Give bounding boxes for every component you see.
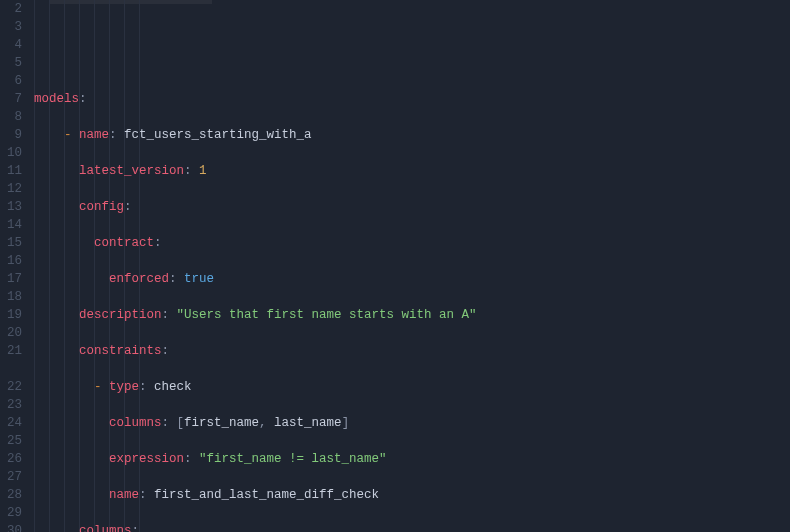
yaml-key: latest_version <box>79 164 184 178</box>
yaml-key: columns <box>79 524 132 532</box>
yaml-key: expression <box>109 452 184 466</box>
line-number: 2 <box>0 0 22 18</box>
line-number: 20 <box>0 324 22 342</box>
yaml-key: columns <box>109 416 162 430</box>
yaml-value: "Users that first name starts with an A" <box>177 308 477 322</box>
code-line[interactable]: name: first_and_last_name_diff_check <box>34 486 790 504</box>
yaml-key: name <box>79 128 109 142</box>
line-number-gutter: 2 3 4 5 6 7 8 9 10 11 12 13 14 15 16 17 … <box>0 0 34 532</box>
line-number: 25 <box>0 432 22 450</box>
line-number: 21 <box>0 342 22 360</box>
line-number: 22 <box>0 378 22 396</box>
line-number: 9 <box>0 126 22 144</box>
line-number: 14 <box>0 216 22 234</box>
code-line[interactable]: description: "Users that first name star… <box>34 306 790 324</box>
code-line[interactable]: constraints: <box>34 342 790 360</box>
line-number: 17 <box>0 270 22 288</box>
yaml-key: config <box>79 200 124 214</box>
yaml-key: enforced <box>109 272 169 286</box>
line-number: 23 <box>0 396 22 414</box>
line-number: 10 <box>0 144 22 162</box>
line-number: 11 <box>0 162 22 180</box>
line-number: 7 <box>0 90 22 108</box>
line-number <box>0 360 22 378</box>
line-number: 4 <box>0 36 22 54</box>
code-line[interactable]: latest_version: 1 <box>34 162 790 180</box>
code-line[interactable]: config: <box>34 198 790 216</box>
yaml-key: contract <box>94 236 154 250</box>
line-number: 16 <box>0 252 22 270</box>
line-number: 29 <box>0 504 22 522</box>
code-line[interactable]: - name: fct_users_starting_with_a <box>34 126 790 144</box>
line-number: 27 <box>0 468 22 486</box>
code-line[interactable]: expression: "first_name != last_name" <box>34 450 790 468</box>
line-number: 8 <box>0 108 22 126</box>
yaml-key: models <box>34 92 79 106</box>
yaml-value: "first_name != last_name" <box>199 452 387 466</box>
line-number: 13 <box>0 198 22 216</box>
code-line[interactable] <box>34 54 790 72</box>
code-line[interactable]: - type: check <box>34 378 790 396</box>
code-line[interactable]: enforced: true <box>34 270 790 288</box>
code-line[interactable]: contract: <box>34 234 790 252</box>
yaml-value: fct_users_starting_with_a <box>124 128 312 142</box>
line-number: 28 <box>0 486 22 504</box>
line-number: 12 <box>0 180 22 198</box>
line-number: 26 <box>0 450 22 468</box>
code-line[interactable]: columns: <box>34 522 790 532</box>
line-number: 18 <box>0 288 22 306</box>
line-number: 19 <box>0 306 22 324</box>
yaml-key: description <box>79 308 162 322</box>
yaml-key: name <box>109 488 139 502</box>
yaml-value: 1 <box>199 164 207 178</box>
yaml-key: constraints <box>79 344 162 358</box>
yaml-value: check <box>154 380 192 394</box>
line-number: 30 <box>0 522 22 532</box>
yaml-key: type <box>109 380 139 394</box>
line-number: 5 <box>0 54 22 72</box>
line-number: 3 <box>0 18 22 36</box>
code-editor[interactable]: 2 3 4 5 6 7 8 9 10 11 12 13 14 15 16 17 … <box>0 0 790 532</box>
line-number: 6 <box>0 72 22 90</box>
code-line[interactable]: models: <box>34 90 790 108</box>
line-number: 15 <box>0 234 22 252</box>
line-number: 24 <box>0 414 22 432</box>
code-line[interactable]: columns: [first_name, last_name] <box>34 414 790 432</box>
yaml-value: first_and_last_name_diff_check <box>154 488 379 502</box>
yaml-value: true <box>184 272 214 286</box>
code-area[interactable]: models: - name: fct_users_starting_with_… <box>34 0 790 532</box>
